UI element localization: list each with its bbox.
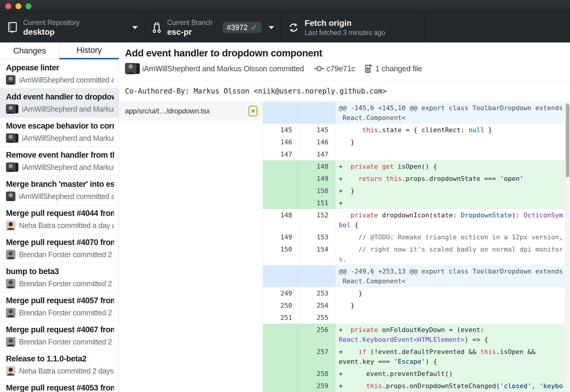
diff-old-line-number: 249 [263, 287, 299, 299]
diff-code: } [335, 287, 570, 299]
diff-hunk-header: @@ -249,6 +253,13 @@ export class Toolba… [263, 265, 570, 287]
diff-code [335, 148, 570, 160]
diff-code: + return this.props.dropdownState === 'o… [335, 173, 570, 185]
diff-new-line-number: 255 [299, 312, 335, 324]
tab-history[interactable]: History [59, 42, 119, 59]
avatar [125, 63, 139, 74]
commit-history-list: Appease linteriAmWillShepherd committed … [0, 59, 119, 392]
diff-new-line-number: 148 [299, 160, 335, 173]
diff-old-line-number [263, 173, 299, 185]
commit-list-item[interactable]: Move escape behavior to correct co…iAmWi… [0, 118, 118, 147]
diff-new-line-number: 150 [299, 185, 335, 197]
diff-scrollbar-thumb[interactable] [566, 104, 569, 177]
commit-title: Add event handler to dropdown component [125, 48, 570, 59]
diff-line: 149+ return this.props.dropdownState ===… [263, 173, 570, 185]
diff-scrollbar-track[interactable] [565, 102, 570, 392]
branch-dropdown-button[interactable]: Current Branch esc-pr #3972 ✓ [145, 12, 281, 42]
commit-item-title: Remove event handler from the bran… [6, 151, 114, 160]
check-icon: ✓ [251, 23, 257, 32]
diff-old-line-number [263, 265, 299, 287]
diff-old-line-number [263, 102, 299, 124]
diff-code: + this.props.onDropdownStateChanged('clo… [335, 380, 570, 392]
commit-item-meta: Neha Batra committed 2 days ago [19, 367, 114, 375]
avatar [6, 221, 15, 230]
avatar [6, 279, 15, 288]
commit-item-meta: Neha Batra committed a day ago [19, 221, 114, 230]
diff-old-line-number [263, 368, 299, 380]
diff-old-line-number [263, 346, 299, 368]
diff-line: 256+ private onFoldoutKeyDown = (event:R… [263, 324, 570, 346]
commit-item-meta: Brendan Forster committed 2 days ago [19, 309, 114, 317]
commit-list-item[interactable]: Appease linteriAmWillShepherd committed … [0, 59, 118, 88]
commit-list-item[interactable]: Merge pull request #4070 from desk…Brend… [0, 234, 118, 263]
diff-code-line: + private get isOpen() { [339, 162, 563, 171]
commit-item-title: Merge pull request #4057 from desk… [6, 296, 114, 305]
commit-item-meta: iAmWillShepherd committed a day ago [19, 76, 114, 84]
commit-summary: Add event handler to dropdown component … [119, 42, 570, 81]
diff-code: + [335, 197, 570, 209]
repository-dropdown-button[interactable]: Current Repository desktop [0, 12, 145, 42]
diff-code: + if (!event.defaultPrevented && this.is… [335, 346, 570, 368]
diff-new-line-number: 146 [299, 136, 335, 148]
diff-code: this.state = { clientRect: null } [335, 124, 570, 136]
close-button[interactable] [5, 3, 11, 9]
diff-line: 257+ if (!event.defaultPrevented && this… [263, 346, 570, 368]
commit-list-item[interactable]: Merge pull request #4044 from des…Neha B… [0, 205, 118, 234]
diff-old-line-number [263, 324, 299, 346]
commit-item-meta: Brendan Forster committed 2 days ago [19, 279, 114, 288]
commit-list-item[interactable]: Add event handler to dropdown com…iAmWil… [0, 88, 118, 118]
diff-new-line-number: 259 [299, 380, 335, 392]
diff-code-line: } [339, 288, 563, 298]
tab-changes[interactable]: Changes [0, 42, 59, 59]
diff-new-line-number: 145 [299, 124, 335, 136]
diff-old-line-number [263, 380, 299, 392]
diff-code: + event.preventDefault() [335, 368, 570, 380]
commit-list-item[interactable]: Merge branch 'master' into esc-priAmWill… [0, 176, 118, 205]
commit-item-title: Merge branch 'master' into esc-pr [6, 180, 114, 189]
diff-line: 150154 // right now it's scaled badly on… [263, 243, 570, 265]
pr-status-badge[interactable]: #3972 ✓ [223, 22, 262, 33]
commit-item-title: Merge pull request #4070 from desk… [6, 238, 114, 247]
avatar [6, 133, 18, 143]
diff-new-line-number: 151 [299, 197, 335, 209]
diff-code-line: @@ -145,6 +145,10 @@ export class Toolba… [339, 103, 563, 113]
diff-code-line: React.KeyboardEvent<HTMLElement>) => { [339, 335, 563, 344]
diff-line: 148+ private get isOpen() { [263, 160, 570, 173]
commit-list-item[interactable]: Merge pull request #4067 from desk…Brend… [0, 321, 118, 350]
diff-code: } [335, 299, 570, 312]
minimize-button[interactable] [15, 3, 21, 9]
commit-list-item[interactable]: Merge pull request #4053 from des… [0, 380, 118, 392]
commit-list-item[interactable]: Remove event handler from the bran…iAmWi… [0, 147, 118, 176]
diff-line: 251255 [263, 312, 570, 324]
sidebar-tabs: Changes History [0, 42, 119, 59]
diff-code: private dropdownIcon(state: DropdownStat… [335, 209, 570, 231]
diff-new-line-number [299, 265, 335, 287]
commit-list-item[interactable]: Release to 1.1.0-beta2Neha Batra committ… [0, 350, 118, 380]
file-list-item[interactable]: app/src/ui/t…/dropdown.tsx [119, 102, 263, 120]
zoom-button[interactable] [26, 3, 31, 9]
diff-code: + private get isOpen() { [335, 160, 570, 173]
commit-list-item[interactable]: Merge pull request #4057 from desk…Brend… [0, 292, 118, 321]
diff-old-line-number [263, 197, 299, 209]
diff-new-line-number: 147 [299, 148, 335, 160]
diff-old-line-number: 145 [263, 124, 299, 136]
fetch-origin-button[interactable]: Fetch origin Last fetched 3 minutes ago [281, 12, 425, 42]
repo-icon [8, 22, 17, 33]
commit-list-item[interactable]: bump to beta3Brendan Forster committed 2… [0, 263, 118, 292]
diff-new-line-number: 149 [299, 173, 335, 185]
commit-item-meta: iAmWillShepherd and Markus Olsson… [22, 163, 114, 172]
changed-files-count: 1 changed file [375, 64, 422, 73]
commit-sha[interactable]: c79e71c [327, 64, 355, 73]
chevron-down-icon [269, 26, 274, 29]
diff-old-line-number [263, 185, 299, 197]
diff-line: 151+ [263, 197, 570, 209]
diff-code-line: private dropdownIcon(state: DropdownStat… [339, 210, 563, 220]
diff-code-line: // right now it's scaled badly on normal… [339, 244, 563, 254]
pr-number: #3972 [227, 23, 248, 32]
sync-icon [289, 23, 299, 33]
diff-code-line: + [339, 198, 563, 208]
diff-view: @@ -145,6 +145,10 @@ export class Toolba… [263, 102, 570, 392]
commit-item-title: Merge pull request #4053 from des… [6, 383, 114, 392]
diff-new-line-number: 257 [299, 346, 335, 368]
diff-old-line-number: 146 [263, 136, 299, 148]
